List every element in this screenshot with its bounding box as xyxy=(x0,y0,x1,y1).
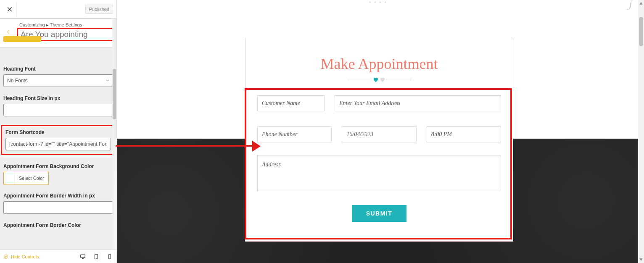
svg-point-6 xyxy=(96,258,96,258)
sidebar-scrollbar[interactable] xyxy=(112,18,116,250)
breadcrumb: Customizing ▸ Theme Settings xyxy=(19,22,114,28)
bg-color-picker[interactable]: Select Color xyxy=(3,172,49,184)
device-switcher xyxy=(79,253,113,260)
publish-status-button[interactable]: Published xyxy=(85,5,113,14)
time-input[interactable] xyxy=(427,126,501,142)
heading-font-size-input[interactable] xyxy=(3,104,113,116)
shortcode-label: Form Shortcode xyxy=(5,129,111,135)
preview-scroll-thumb[interactable] xyxy=(639,17,643,46)
bg-color-label: Appointment Form Background Color xyxy=(3,163,113,169)
border-color-group: Appointment Form Border Color xyxy=(3,222,113,228)
select-color-text: Select Color xyxy=(15,176,48,181)
submit-button[interactable]: SUBMIT xyxy=(352,205,407,222)
preview-pane: • • • • 𝓳 Make Appointment SUBMIT xyxy=(117,0,644,263)
svg-rect-3 xyxy=(81,255,85,258)
mobile-icon[interactable] xyxy=(106,253,113,260)
heading-font-select[interactable]: No Fonts xyxy=(3,74,113,87)
heading-font-group: Heading Font No Fonts xyxy=(3,66,113,87)
decorative-separator: • • • • xyxy=(369,0,387,5)
svg-marker-10 xyxy=(640,259,642,261)
sidebar-topbar: Published xyxy=(0,0,116,18)
sidebar-body: Heading Font No Fonts Heading Font Size … xyxy=(0,47,116,250)
address-textarea[interactable] xyxy=(257,155,501,191)
border-width-group: Appointment Form Border Width in px xyxy=(3,193,113,214)
heart-icon xyxy=(380,77,385,83)
heading-font-label: Heading Font xyxy=(3,66,113,72)
sidebar-header: Customizing ▸ Theme Settings Are You app… xyxy=(0,18,116,47)
phone-input[interactable] xyxy=(257,126,332,142)
customizer-sidebar: Published Customizing ▸ Theme Settings A… xyxy=(0,0,117,263)
heading-font-size-label: Heading Font Size in px xyxy=(3,95,113,101)
border-width-label: Appointment Form Border Width in px xyxy=(3,193,113,199)
bg-color-group: Appointment Form Background Color Select… xyxy=(3,163,113,184)
hide-controls-button[interactable]: Hide Controls xyxy=(3,254,39,259)
scroll-up-icon[interactable] xyxy=(639,1,643,6)
email-input[interactable] xyxy=(335,95,501,111)
decorative-squiggle: 𝓳 xyxy=(628,0,631,11)
tablet-icon[interactable] xyxy=(93,253,100,260)
svg-rect-4 xyxy=(82,258,84,258)
shortcode-highlight-box: Form Shortcode xyxy=(1,125,116,155)
date-input[interactable] xyxy=(342,126,416,142)
sidebar-scroll-thumb[interactable] xyxy=(113,69,116,119)
shortcode-input[interactable] xyxy=(5,138,111,150)
svg-marker-9 xyxy=(640,3,642,5)
border-width-input[interactable] xyxy=(3,201,113,214)
color-swatch xyxy=(4,172,15,184)
svg-point-8 xyxy=(110,258,110,258)
desktop-icon[interactable] xyxy=(79,253,86,260)
heart-divider xyxy=(257,77,501,83)
annotation-arrow-head xyxy=(252,141,261,152)
sidebar-footer: Hide Controls xyxy=(0,250,116,263)
border-color-label: Appointment Form Border Color xyxy=(3,222,113,228)
preview-scrollbar[interactable] xyxy=(638,0,644,263)
form-title: Make Appointment xyxy=(257,55,501,73)
yellow-accent-stub xyxy=(3,36,41,42)
heart-icon xyxy=(373,77,379,83)
heading-font-size-group: Heading Font Size in px xyxy=(3,95,113,116)
customer-name-input[interactable] xyxy=(257,95,325,111)
close-icon[interactable] xyxy=(3,2,17,16)
hide-controls-label: Hide Controls xyxy=(11,254,39,259)
appointment-form-card: Make Appointment SUBMIT xyxy=(245,38,513,242)
annotation-arrow-line xyxy=(116,145,256,147)
shortcode-group: Form Shortcode xyxy=(5,129,111,150)
scroll-down-icon[interactable] xyxy=(639,257,643,262)
